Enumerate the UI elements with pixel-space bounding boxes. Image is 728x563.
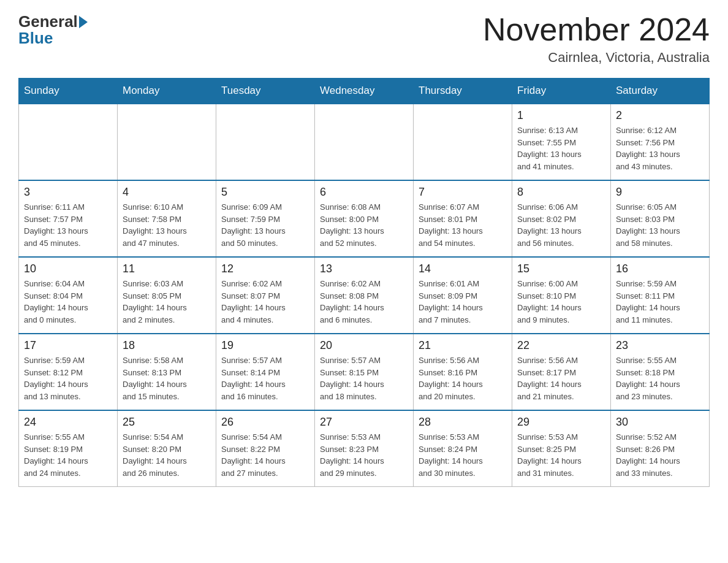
table-row: 9Sunrise: 6:05 AM Sunset: 8:03 PM Daylig… <box>611 180 710 257</box>
day-number: 9 <box>616 186 704 199</box>
table-row: 16Sunrise: 5:59 AM Sunset: 8:11 PM Dayli… <box>611 257 710 334</box>
day-number: 1 <box>517 109 605 122</box>
table-row: 21Sunrise: 5:56 AM Sunset: 8:16 PM Dayli… <box>414 334 512 410</box>
day-number: 10 <box>24 262 112 275</box>
day-number: 15 <box>517 262 605 275</box>
table-row: 2Sunrise: 6:12 AM Sunset: 7:56 PM Daylig… <box>611 104 710 180</box>
title-section: November 2024 Cairnlea, Victoria, Austra… <box>483 12 710 66</box>
table-row: 22Sunrise: 5:56 AM Sunset: 8:17 PM Dayli… <box>512 334 611 410</box>
day-info: Sunrise: 6:12 AM Sunset: 7:56 PM Dayligh… <box>616 124 704 172</box>
table-row <box>315 104 414 180</box>
calendar-row-2: 3Sunrise: 6:11 AM Sunset: 7:57 PM Daylig… <box>19 180 710 257</box>
table-row: 8Sunrise: 6:06 AM Sunset: 8:02 PM Daylig… <box>512 180 611 257</box>
day-number: 11 <box>123 262 211 275</box>
day-number: 24 <box>24 416 112 429</box>
day-number: 4 <box>123 186 211 199</box>
day-info: Sunrise: 6:11 AM Sunset: 7:57 PM Dayligh… <box>24 201 112 249</box>
col-sunday: Sunday <box>19 79 118 104</box>
day-number: 8 <box>517 186 605 199</box>
table-row: 19Sunrise: 5:57 AM Sunset: 8:14 PM Dayli… <box>216 334 315 410</box>
col-tuesday: Tuesday <box>216 79 315 104</box>
page-header: General Blue November 2024 Cairnlea, Vic… <box>18 12 710 66</box>
day-number: 2 <box>616 109 704 122</box>
table-row: 24Sunrise: 5:55 AM Sunset: 8:19 PM Dayli… <box>19 410 118 487</box>
day-number: 20 <box>320 339 408 352</box>
day-number: 13 <box>320 262 408 275</box>
col-friday: Friday <box>512 79 611 104</box>
day-info: Sunrise: 6:13 AM Sunset: 7:55 PM Dayligh… <box>517 124 605 172</box>
day-info: Sunrise: 6:02 AM Sunset: 8:07 PM Dayligh… <box>221 278 309 326</box>
day-info: Sunrise: 5:56 AM Sunset: 8:17 PM Dayligh… <box>517 354 605 402</box>
day-info: Sunrise: 6:05 AM Sunset: 8:03 PM Dayligh… <box>616 201 704 249</box>
table-row <box>414 104 512 180</box>
table-row: 11Sunrise: 6:03 AM Sunset: 8:05 PM Dayli… <box>118 257 216 334</box>
day-number: 3 <box>24 186 112 199</box>
day-info: Sunrise: 5:54 AM Sunset: 8:20 PM Dayligh… <box>123 431 211 479</box>
day-info: Sunrise: 6:10 AM Sunset: 7:58 PM Dayligh… <box>123 201 211 249</box>
month-title: November 2024 <box>483 12 710 47</box>
table-row: 13Sunrise: 6:02 AM Sunset: 8:08 PM Dayli… <box>315 257 414 334</box>
table-row: 1Sunrise: 6:13 AM Sunset: 7:55 PM Daylig… <box>512 104 611 180</box>
day-info: Sunrise: 6:00 AM Sunset: 8:10 PM Dayligh… <box>517 278 605 326</box>
day-number: 19 <box>221 339 309 352</box>
day-info: Sunrise: 5:59 AM Sunset: 8:11 PM Dayligh… <box>616 278 704 326</box>
day-info: Sunrise: 6:01 AM Sunset: 8:09 PM Dayligh… <box>419 278 507 326</box>
location-title: Cairnlea, Victoria, Australia <box>483 50 710 66</box>
calendar-row-3: 10Sunrise: 6:04 AM Sunset: 8:04 PM Dayli… <box>19 257 710 334</box>
table-row: 15Sunrise: 6:00 AM Sunset: 8:10 PM Dayli… <box>512 257 611 334</box>
col-wednesday: Wednesday <box>315 79 414 104</box>
table-row: 12Sunrise: 6:02 AM Sunset: 8:07 PM Dayli… <box>216 257 315 334</box>
logo-arrow-icon <box>79 16 88 28</box>
table-row <box>118 104 216 180</box>
table-row: 6Sunrise: 6:08 AM Sunset: 8:00 PM Daylig… <box>315 180 414 257</box>
day-info: Sunrise: 6:06 AM Sunset: 8:02 PM Dayligh… <box>517 201 605 249</box>
day-number: 7 <box>419 186 507 199</box>
day-info: Sunrise: 5:53 AM Sunset: 8:24 PM Dayligh… <box>419 431 507 479</box>
day-info: Sunrise: 6:03 AM Sunset: 8:05 PM Dayligh… <box>123 278 211 326</box>
table-row: 3Sunrise: 6:11 AM Sunset: 7:57 PM Daylig… <box>19 180 118 257</box>
day-info: Sunrise: 5:56 AM Sunset: 8:16 PM Dayligh… <box>419 354 507 402</box>
col-saturday: Saturday <box>611 79 710 104</box>
day-info: Sunrise: 5:53 AM Sunset: 8:25 PM Dayligh… <box>517 431 605 479</box>
table-row: 5Sunrise: 6:09 AM Sunset: 7:59 PM Daylig… <box>216 180 315 257</box>
col-thursday: Thursday <box>414 79 512 104</box>
day-number: 5 <box>221 186 309 199</box>
day-info: Sunrise: 5:55 AM Sunset: 8:19 PM Dayligh… <box>24 431 112 479</box>
table-row: 30Sunrise: 5:52 AM Sunset: 8:26 PM Dayli… <box>611 410 710 487</box>
table-row: 20Sunrise: 5:57 AM Sunset: 8:15 PM Dayli… <box>315 334 414 410</box>
table-row: 27Sunrise: 5:53 AM Sunset: 8:23 PM Dayli… <box>315 410 414 487</box>
table-row: 29Sunrise: 5:53 AM Sunset: 8:25 PM Dayli… <box>512 410 611 487</box>
table-row: 14Sunrise: 6:01 AM Sunset: 8:09 PM Dayli… <box>414 257 512 334</box>
day-info: Sunrise: 5:57 AM Sunset: 8:14 PM Dayligh… <box>221 354 309 402</box>
table-row: 28Sunrise: 5:53 AM Sunset: 8:24 PM Dayli… <box>414 410 512 487</box>
table-row: 25Sunrise: 5:54 AM Sunset: 8:20 PM Dayli… <box>118 410 216 487</box>
day-info: Sunrise: 5:57 AM Sunset: 8:15 PM Dayligh… <box>320 354 408 402</box>
day-number: 26 <box>221 416 309 429</box>
day-number: 16 <box>616 262 704 275</box>
day-info: Sunrise: 5:59 AM Sunset: 8:12 PM Dayligh… <box>24 354 112 402</box>
day-info: Sunrise: 5:52 AM Sunset: 8:26 PM Dayligh… <box>616 431 704 479</box>
day-number: 30 <box>616 416 704 429</box>
table-row: 18Sunrise: 5:58 AM Sunset: 8:13 PM Dayli… <box>118 334 216 410</box>
table-row: 4Sunrise: 6:10 AM Sunset: 7:58 PM Daylig… <box>118 180 216 257</box>
col-monday: Monday <box>118 79 216 104</box>
day-number: 29 <box>517 416 605 429</box>
day-info: Sunrise: 6:07 AM Sunset: 8:01 PM Dayligh… <box>419 201 507 249</box>
day-number: 22 <box>517 339 605 352</box>
day-number: 21 <box>419 339 507 352</box>
table-row: 23Sunrise: 5:55 AM Sunset: 8:18 PM Dayli… <box>611 334 710 410</box>
day-number: 27 <box>320 416 408 429</box>
calendar-row-1: 1Sunrise: 6:13 AM Sunset: 7:55 PM Daylig… <box>19 104 710 180</box>
day-number: 6 <box>320 186 408 199</box>
day-number: 12 <box>221 262 309 275</box>
table-row: 26Sunrise: 5:54 AM Sunset: 8:22 PM Dayli… <box>216 410 315 487</box>
day-info: Sunrise: 5:53 AM Sunset: 8:23 PM Dayligh… <box>320 431 408 479</box>
day-number: 14 <box>419 262 507 275</box>
calendar-table: Sunday Monday Tuesday Wednesday Thursday… <box>18 78 710 487</box>
day-info: Sunrise: 6:02 AM Sunset: 8:08 PM Dayligh… <box>320 278 408 326</box>
day-info: Sunrise: 6:09 AM Sunset: 7:59 PM Dayligh… <box>221 201 309 249</box>
day-info: Sunrise: 5:58 AM Sunset: 8:13 PM Dayligh… <box>123 354 211 402</box>
calendar-row-4: 17Sunrise: 5:59 AM Sunset: 8:12 PM Dayli… <box>19 334 710 410</box>
day-info: Sunrise: 6:08 AM Sunset: 8:00 PM Dayligh… <box>320 201 408 249</box>
day-info: Sunrise: 5:55 AM Sunset: 8:18 PM Dayligh… <box>616 354 704 402</box>
